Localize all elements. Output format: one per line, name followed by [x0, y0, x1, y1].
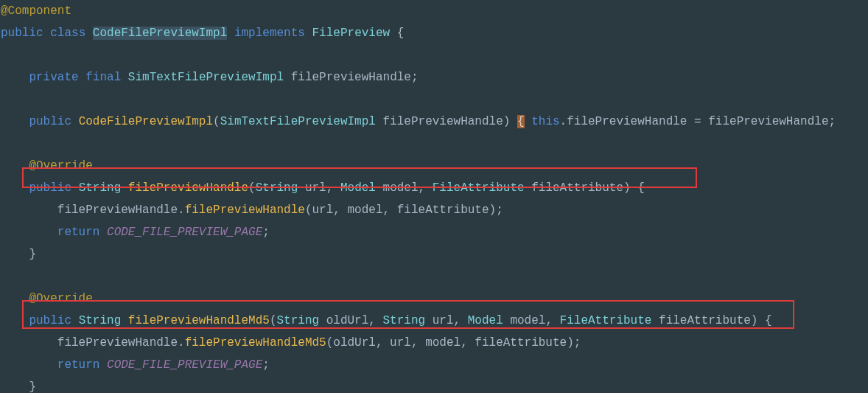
type-string: String [276, 314, 319, 327]
method-filepreviewmd5: filePreviewHandleMd5 [128, 314, 270, 327]
comma: , [411, 336, 425, 349]
comma: , [368, 314, 382, 327]
param-url: url [433, 314, 454, 327]
type-string: String [383, 314, 426, 327]
keyword-private: private [29, 71, 78, 84]
type-string: String [79, 314, 122, 327]
param-oldurl: oldUrl [326, 314, 369, 327]
paren-open: ( [248, 181, 256, 195]
keyword-public: public [29, 314, 71, 327]
brace-open: { [397, 27, 405, 40]
code-line-blank [1, 44, 868, 66]
keyword-public: public [29, 181, 71, 195]
param-model: model [383, 181, 419, 195]
code-line: @Override [1, 288, 868, 310]
param-handle: filePreviewHandle [383, 115, 503, 128]
keyword-implements: implements [234, 27, 305, 40]
annotation-override: @Override [29, 159, 92, 173]
comma: , [333, 204, 347, 217]
paren-open: ( [305, 204, 312, 217]
arg-model: model [348, 204, 383, 217]
comma: , [461, 336, 475, 349]
constant-page: CODE_FILE_PREVIEW_PAGE [107, 358, 262, 372]
semicolon: ; [496, 204, 503, 217]
arg-url: url [390, 336, 411, 349]
code-line: public String filePreviewHandleMd5(Strin… [1, 310, 868, 332]
semicolon: ; [262, 358, 270, 372]
type-simtext: SimTextFilePreviewImpl [220, 115, 376, 128]
param-ref: filePreviewHandle [708, 115, 828, 128]
keyword-public: public [29, 115, 71, 128]
dot: . [178, 204, 185, 217]
call-filepreview: filePreviewHandle [185, 204, 305, 217]
param-url: url [305, 181, 326, 195]
code-line: } [1, 243, 868, 265]
paren-close: ) [503, 115, 511, 128]
paren-open: ( [326, 336, 334, 349]
type-model: Model [340, 181, 376, 195]
paren-close: ) [567, 336, 574, 349]
code-line: return CODE_FILE_PREVIEW_PAGE; [1, 354, 868, 376]
field-ref: filePreviewHandle [57, 336, 178, 349]
brace-open: { [637, 181, 645, 195]
brace-open-highlighted: { [517, 115, 525, 128]
code-line: @Component [1, 0, 868, 22]
semicolon: ; [828, 115, 836, 128]
arg-oldurl: oldUrl [333, 336, 376, 349]
keyword-public: public [1, 27, 43, 40]
code-line: return CODE_FILE_PREVIEW_PAGE; [1, 221, 868, 243]
method-filepreview: filePreviewHandle [128, 181, 248, 195]
paren-close: ) [751, 314, 758, 327]
comma: , [326, 181, 340, 195]
comma: , [454, 314, 468, 327]
paren-close: ) [489, 204, 497, 217]
code-line-blank [1, 133, 868, 155]
comma: , [383, 204, 397, 217]
code-line: } [1, 376, 868, 393]
keyword-return: return [57, 358, 100, 372]
code-editor[interactable]: @Component public class CodeFilePreviewI… [1, 0, 868, 393]
type-model: Model [468, 314, 503, 327]
comma: , [419, 181, 433, 195]
param-fileattr: fileAttribute [531, 181, 623, 195]
interface-name: FilePreview [312, 27, 391, 40]
annotation-override: @Override [29, 292, 92, 305]
code-line: filePreviewHandle.filePreviewHandleMd5(o… [1, 332, 868, 354]
brace-close: } [29, 248, 36, 261]
paren-open: ( [213, 115, 220, 128]
code-line: private final SimTextFilePreviewImpl fil… [1, 66, 868, 88]
code-line: public String filePreviewHandle(String u… [1, 177, 868, 199]
arg-url: url [312, 204, 334, 217]
annotation-component: @Component [1, 4, 71, 18]
param-model: model [510, 314, 545, 327]
arg-model: model [425, 336, 461, 349]
constructor-name: CodeFilePreviewImpl [79, 115, 213, 128]
code-line: public class CodeFilePreviewImpl impleme… [1, 22, 868, 44]
constant-page: CODE_FILE_PREVIEW_PAGE [107, 226, 262, 239]
code-line-blank [1, 265, 868, 288]
keyword-this: this [531, 115, 559, 128]
comma: , [376, 336, 390, 349]
arg-fileattr: fileAttribute [397, 204, 489, 217]
call-filepreviewmd5: filePreviewHandleMd5 [185, 336, 326, 349]
keyword-class: class [50, 27, 85, 40]
brace-open: { [765, 314, 772, 327]
type-string: String [79, 181, 122, 195]
field-ref: filePreviewHandle [57, 204, 178, 217]
type-string: String [256, 181, 298, 195]
code-line: filePreviewHandle.filePreviewHandle(url,… [1, 199, 868, 221]
field-ref: filePreviewHandle [567, 115, 687, 128]
comma: , [545, 314, 559, 327]
arg-fileattr: fileAttribute [475, 336, 567, 349]
param-fileattr: fileAttribute [659, 314, 751, 327]
dot: . [560, 115, 567, 128]
class-name-highlighted: CodeFilePreviewImpl [93, 27, 227, 40]
semicolon: ; [411, 71, 419, 84]
semicolon: ; [574, 336, 581, 349]
code-line-blank [1, 88, 868, 111]
field-name: filePreviewHandle [291, 71, 411, 84]
keyword-final: final [85, 71, 121, 84]
code-line: public CodeFilePreviewImpl(SimTextFilePr… [1, 111, 868, 133]
code-line: @Override [1, 155, 868, 177]
assign: = [687, 115, 708, 128]
